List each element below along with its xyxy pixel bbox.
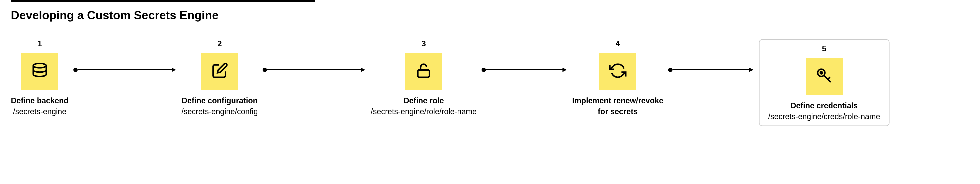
step-path: /secrets-engine xyxy=(13,107,67,116)
svg-marker-6 xyxy=(361,68,365,72)
step-path: /secrets-engine/config xyxy=(181,107,258,116)
highlighted-step-box: 5 Define credentials /secrets-engine/cre… xyxy=(759,39,889,126)
step-path: /secrets-engine/role/role-name xyxy=(371,107,477,116)
unlock-icon xyxy=(415,62,432,80)
step-icon-box xyxy=(201,53,238,90)
step-icon-box xyxy=(405,53,442,90)
svg-point-4 xyxy=(262,68,267,72)
step-path: /secrets-engine/creds/role-name xyxy=(768,112,880,121)
key-icon xyxy=(816,67,833,85)
step-title: Implement renew/revoke xyxy=(572,96,663,105)
svg-rect-7 xyxy=(418,70,430,77)
svg-point-11 xyxy=(668,68,673,72)
step-title: Define backend xyxy=(11,96,68,105)
svg-point-15 xyxy=(820,72,822,74)
svg-marker-3 xyxy=(172,68,176,72)
edit-icon xyxy=(211,62,228,80)
step-2: 2 Define configuration /secrets-engine/c… xyxy=(181,39,258,116)
step-3: 3 Define role /secrets-engine/role/role-… xyxy=(371,39,477,116)
refresh-icon xyxy=(609,62,627,80)
svg-point-1 xyxy=(73,68,78,72)
header-rule xyxy=(11,0,315,2)
step-number: 4 xyxy=(616,39,620,48)
svg-marker-13 xyxy=(749,68,753,72)
step-title: Define configuration xyxy=(181,96,258,105)
step-number: 3 xyxy=(422,39,426,48)
database-icon xyxy=(31,62,48,80)
arrow xyxy=(477,51,572,88)
flow-diagram: 1 Define backend /secrets-engine 2 Defin… xyxy=(0,39,980,126)
svg-point-8 xyxy=(482,68,486,72)
step-4: 4 Implement renew/revoke for secrets xyxy=(572,39,663,116)
step-title: Define role xyxy=(403,96,444,105)
step-icon-box xyxy=(21,53,58,90)
arrow xyxy=(663,51,759,88)
step-number: 2 xyxy=(218,39,222,48)
step-icon-box xyxy=(806,58,843,94)
step-icon-box xyxy=(599,53,636,90)
diagram-title: Developing a Custom Secrets Engine xyxy=(11,8,980,22)
step-path: for secrets xyxy=(598,107,638,116)
arrow xyxy=(68,51,181,88)
svg-point-0 xyxy=(33,64,46,68)
step-number: 1 xyxy=(38,39,42,48)
step-number: 5 xyxy=(822,44,826,53)
step-1: 1 Define backend /secrets-engine xyxy=(11,39,68,116)
step-5: 5 Define credentials /secrets-engine/cre… xyxy=(768,44,880,121)
svg-marker-10 xyxy=(563,68,567,72)
arrow xyxy=(258,51,371,88)
step-title: Define credentials xyxy=(791,101,858,110)
